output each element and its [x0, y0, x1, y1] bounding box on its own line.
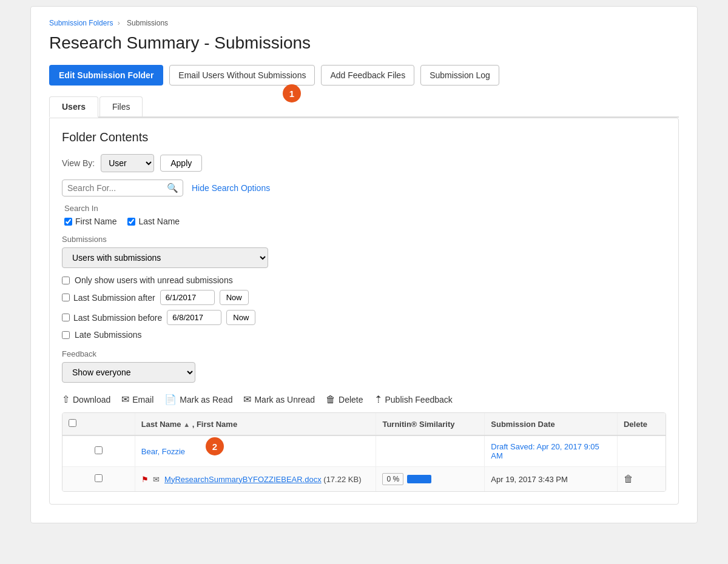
- email-users-button[interactable]: Email Users Without Submissions: [169, 65, 315, 86]
- last-submission-before-now-button[interactable]: Now: [226, 310, 255, 325]
- add-feedback-files-button[interactable]: Add Feedback Files: [321, 65, 414, 86]
- mark-read-icon: 📄: [164, 394, 177, 405]
- file-row-checkbox[interactable]: [95, 474, 103, 482]
- tab-users[interactable]: Users: [49, 96, 98, 118]
- file-link[interactable]: MyResearchSummaryBYFOZZIEBEAR.docx: [164, 475, 322, 484]
- last-submission-after-input[interactable]: [160, 290, 215, 305]
- th-name-text: Last Name: [141, 420, 181, 429]
- similarity-bar: [407, 475, 431, 483]
- select-all-checkbox[interactable]: [69, 419, 76, 427]
- last-submission-after-label[interactable]: Last Submission after: [62, 293, 155, 303]
- last-name-label: Last Name: [138, 217, 180, 226]
- file-row-similarity-cell: 0 %: [376, 467, 485, 492]
- action-toolbar: ⇧ Download ✉ Email 📄 Mark as Read ✉ Mark…: [62, 394, 666, 405]
- last-submission-after-now-button[interactable]: Now: [220, 290, 249, 305]
- edit-submission-folder-button[interactable]: Edit Submission Folder: [49, 65, 163, 86]
- submissions-section: Submissions Users with submissions All u…: [62, 235, 666, 340]
- th-name-sort: ▲: [183, 421, 190, 428]
- search-input-wrap: 🔍: [62, 180, 183, 196]
- first-name-checkbox[interactable]: [64, 218, 72, 226]
- mark-as-unread-button[interactable]: ✉ Mark as Unread: [243, 394, 315, 405]
- th-checkbox: [62, 413, 135, 435]
- file-row-delete-cell: 🗑: [617, 467, 666, 492]
- late-submissions-label: Late Submissions: [75, 330, 142, 340]
- late-submissions-checkbox[interactable]: [62, 331, 70, 339]
- submissions-select-wrap: Users with submissions All users Users w…: [62, 247, 268, 268]
- breadcrumb-parent[interactable]: Submission Folders: [49, 19, 113, 27]
- view-by-select[interactable]: User: [101, 154, 154, 172]
- badge-1: 1: [283, 84, 301, 102]
- last-submission-after-row: Last Submission after Now: [62, 290, 666, 305]
- th-similarity: Turnitin® Similarity: [376, 413, 485, 435]
- last-submission-before-checkbox[interactable]: [62, 314, 70, 321]
- th-delete: Delete: [617, 413, 666, 435]
- publish-feedback-label: Publish Feedback: [385, 395, 453, 405]
- similarity-bar-wrap: 0 %: [382, 473, 478, 485]
- delete-label: Delete: [339, 395, 363, 405]
- file-row-date-cell: Apr 19, 2017 3:43 PM: [485, 467, 618, 492]
- user-row-checkbox[interactable]: [95, 446, 103, 454]
- last-name-checkbox[interactable]: [127, 218, 135, 226]
- user-row-checkbox-cell: [62, 435, 135, 467]
- file-row-name-cell: ⚑ ✉ MyResearchSummaryBYFOZZIEBEAR.docx (…: [135, 467, 376, 492]
- delete-button[interactable]: 🗑 Delete: [326, 394, 363, 405]
- first-name-label: First Name: [75, 217, 116, 226]
- breadcrumb-separator: ›: [118, 19, 120, 27]
- download-button[interactable]: ⇧ Download: [62, 394, 110, 405]
- breadcrumb-current: Submissions: [127, 19, 168, 27]
- last-submission-before-label[interactable]: Last Submission before: [62, 313, 162, 323]
- search-input[interactable]: [62, 180, 183, 196]
- last-submission-after-checkbox[interactable]: [62, 294, 70, 301]
- table-row: Bear, Fozzie Draft Saved: Apr 20, 2017 9…: [62, 435, 666, 467]
- folder-contents-panel: Folder Contents View By: User Apply 🔍 Hi…: [49, 118, 679, 505]
- first-name-checkbox-label[interactable]: First Name: [64, 217, 116, 226]
- user-row-similarity-cell: [376, 435, 485, 467]
- download-label: Download: [73, 395, 110, 405]
- search-icon: 🔍: [167, 183, 178, 193]
- hide-search-options-link[interactable]: Hide Search Options: [192, 183, 270, 193]
- publish-feedback-button[interactable]: ⇡ Publish Feedback: [374, 394, 453, 405]
- submissions-select[interactable]: Users with submissions All users Users w…: [62, 247, 268, 268]
- search-in-checkboxes: First Name Last Name: [64, 217, 666, 226]
- tab-files[interactable]: Files: [99, 96, 143, 116]
- mark-as-unread-label: Mark as Unread: [254, 395, 315, 405]
- tabs-bar: Users Files: [49, 96, 679, 118]
- last-submission-before-input[interactable]: [167, 310, 221, 325]
- th-date: Submission Date: [485, 413, 618, 435]
- breadcrumb: Submission Folders › Submissions: [49, 19, 679, 27]
- late-submissions-row: Late Submissions: [62, 330, 666, 340]
- submissions-table-wrap: Last Name ▲ , First Name Turnitin® Simil…: [62, 412, 666, 492]
- download-icon: ⇧: [62, 394, 70, 405]
- file-row-checkbox-cell: [62, 467, 135, 492]
- submission-log-button[interactable]: Submission Log: [420, 65, 499, 86]
- last-submission-before-row: Last Submission before Now: [62, 310, 666, 325]
- folder-contents-title: Folder Contents: [62, 130, 666, 144]
- submissions-filter-label: Submissions: [62, 235, 666, 244]
- email-button[interactable]: ✉ Email: [121, 394, 153, 405]
- mark-as-read-button[interactable]: 📄 Mark as Read: [164, 394, 232, 405]
- apply-button[interactable]: Apply: [160, 155, 202, 172]
- file-delete-icon[interactable]: 🗑: [624, 474, 633, 484]
- email-small-icon: ✉: [153, 475, 160, 484]
- feedback-section: Feedback Show everyone Show only reviewe…: [62, 349, 666, 383]
- similarity-pct: 0 %: [382, 473, 403, 485]
- user-row-delete-cell: [617, 435, 666, 467]
- user-name-link[interactable]: Bear, Fozzie: [141, 447, 185, 456]
- only-unread-checkbox[interactable]: [62, 277, 70, 284]
- feedback-select[interactable]: Show everyone Show only reviewed Hide ev…: [62, 362, 195, 383]
- th-name[interactable]: Last Name ▲ , First Name: [135, 413, 376, 435]
- only-unread-row: Only show users with unread submissions: [62, 275, 666, 285]
- view-by-label: View By:: [62, 158, 95, 168]
- mark-unread-icon: ✉: [243, 394, 251, 405]
- last-name-checkbox-label[interactable]: Last Name: [127, 217, 180, 226]
- th-name-sep: , First Name: [192, 420, 237, 429]
- user-row-name-cell: Bear, Fozzie: [135, 435, 376, 467]
- publish-feedback-icon: ⇡: [374, 394, 382, 405]
- search-in-label: Search In: [64, 204, 666, 213]
- delete-icon: 🗑: [326, 394, 335, 405]
- main-toolbar: Edit Submission Folder Email Users Witho…: [49, 65, 679, 86]
- last-submission-before-text: Last Submission before: [73, 313, 162, 323]
- last-submission-after-text: Last Submission after: [73, 293, 155, 303]
- flag-icon: ⚑: [141, 475, 149, 484]
- view-by-row: View By: User Apply: [62, 154, 666, 172]
